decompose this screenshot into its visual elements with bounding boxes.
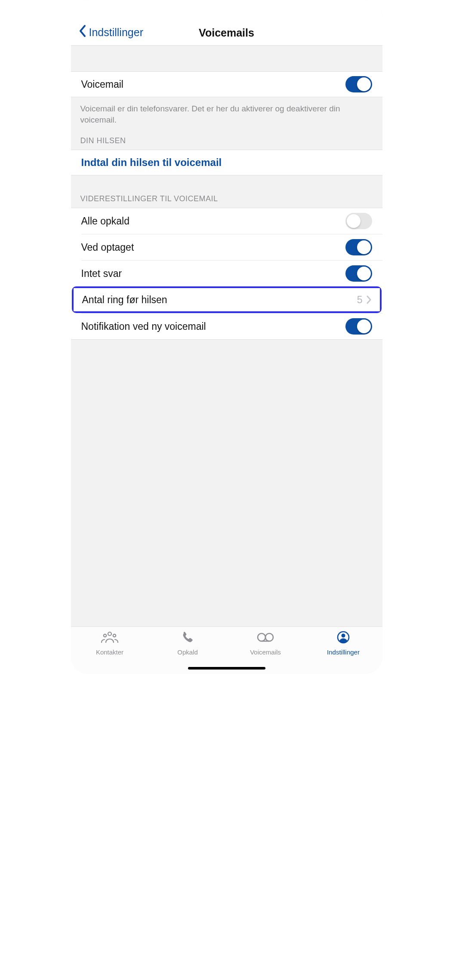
back-label: Indstillinger bbox=[89, 26, 143, 39]
rings-before-greeting-value: 5 bbox=[357, 294, 363, 306]
voicemail-toggle-row: Voicemail bbox=[71, 71, 382, 97]
tab-contacts-label: Kontakter bbox=[96, 648, 123, 656]
greeting-section-header: DIN HILSEN bbox=[71, 136, 382, 150]
all-calls-label: Alle opkald bbox=[81, 215, 130, 227]
svg-point-3 bbox=[258, 633, 265, 641]
content-area: Voicemail Voicemail er din telefonsvarer… bbox=[71, 46, 382, 627]
record-greeting-link[interactable]: Indtal din hilsen til voicemail bbox=[71, 150, 382, 175]
svg-point-2 bbox=[113, 634, 116, 637]
notification-toggle[interactable] bbox=[345, 318, 372, 335]
busy-row: Ved optaget bbox=[71, 234, 382, 260]
contacts-icon bbox=[100, 630, 119, 646]
chevron-left-icon bbox=[79, 25, 86, 40]
tab-contacts[interactable]: Kontakter bbox=[71, 630, 149, 664]
back-button[interactable]: Indstillinger bbox=[79, 25, 143, 40]
rings-before-greeting-row[interactable]: Antal ring før hilsen 5 bbox=[74, 288, 380, 311]
notification-label: Notifikation ved ny voicemail bbox=[81, 321, 206, 332]
busy-toggle[interactable] bbox=[345, 239, 372, 255]
voicemail-toggle[interactable] bbox=[345, 76, 372, 92]
tab-settings-label: Indstillinger bbox=[327, 648, 360, 656]
no-answer-toggle[interactable] bbox=[345, 265, 372, 282]
svg-point-0 bbox=[108, 632, 111, 636]
no-answer-row: Intet svar bbox=[71, 261, 382, 286]
profile-icon bbox=[334, 630, 353, 646]
home-indicator[interactable] bbox=[188, 667, 265, 670]
voicemail-toggle-label: Voicemail bbox=[81, 79, 123, 90]
navigation-bar: Indstillinger Voicemails bbox=[71, 0, 382, 46]
svg-point-7 bbox=[342, 634, 345, 638]
tab-voicemails-label: Voicemails bbox=[250, 648, 281, 656]
busy-label: Ved optaget bbox=[81, 242, 134, 253]
no-answer-label: Intet svar bbox=[81, 268, 122, 280]
forwarding-section-header: VIDERESTILLINGER TIL VOICEMAIL bbox=[71, 175, 382, 208]
rings-before-greeting-label: Antal ring før hilsen bbox=[82, 294, 167, 306]
tab-voicemails[interactable]: Voicemails bbox=[227, 630, 305, 664]
phone-icon bbox=[178, 630, 197, 646]
svg-point-4 bbox=[265, 633, 273, 641]
tab-calls[interactable]: Opkald bbox=[149, 630, 227, 664]
notification-row: Notifikation ved ny voicemail bbox=[71, 313, 382, 339]
record-greeting-label: Indtal din hilsen til voicemail bbox=[81, 157, 222, 169]
svg-point-1 bbox=[104, 634, 106, 637]
tab-calls-label: Opkald bbox=[177, 648, 198, 656]
rings-before-greeting-highlight: Antal ring før hilsen 5 bbox=[72, 286, 382, 313]
tab-settings[interactable]: Indstillinger bbox=[305, 630, 382, 664]
voicemail-icon bbox=[256, 630, 275, 646]
all-calls-toggle[interactable] bbox=[345, 213, 372, 229]
all-calls-row: Alle opkald bbox=[71, 208, 382, 234]
voicemail-description: Voicemail er din telefonsvarer. Det er h… bbox=[71, 97, 382, 136]
chevron-right-icon bbox=[366, 295, 371, 304]
